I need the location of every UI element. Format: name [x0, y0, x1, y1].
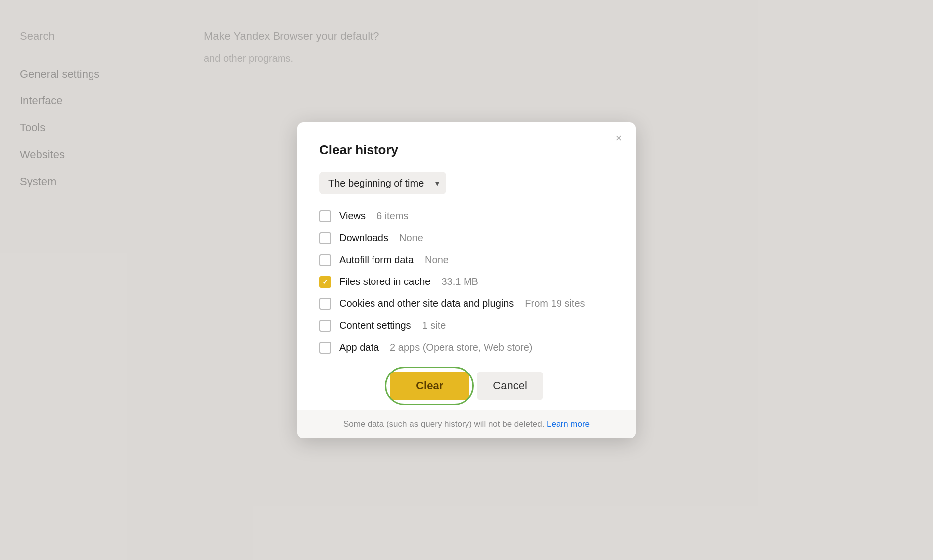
- checkmark-cache: ✓: [322, 278, 329, 286]
- checkbox-list: Views 6 items Downloads None Autofill fo…: [319, 210, 614, 354]
- checkbox-row-cache: ✓ Files stored in cache 33.1 MB: [319, 276, 614, 288]
- sublabel-autofill: None: [425, 254, 449, 266]
- dialog-title: Clear history: [319, 142, 614, 158]
- label-autofill: Autofill form data: [339, 254, 414, 266]
- checkbox-cookies[interactable]: [319, 298, 331, 310]
- label-appdata: App data: [339, 342, 379, 353]
- checkbox-autofill[interactable]: [319, 254, 331, 266]
- close-button[interactable]: ×: [612, 131, 626, 145]
- checkbox-appdata[interactable]: [319, 342, 331, 354]
- learn-more-link[interactable]: Learn more: [547, 419, 590, 429]
- label-content: Content settings: [339, 320, 411, 331]
- sublabel-content: 1 site: [422, 320, 446, 331]
- checkbox-row-content: Content settings 1 site: [319, 320, 614, 332]
- sublabel-downloads: None: [399, 232, 423, 244]
- checkbox-row-autofill: Autofill form data None: [319, 254, 614, 266]
- checkbox-downloads[interactable]: [319, 232, 331, 244]
- footer-text: Some data (such as query history) will n…: [343, 419, 544, 429]
- label-views: Views: [339, 210, 366, 222]
- sublabel-cache: 33.1 MB: [441, 276, 478, 287]
- sublabel-appdata: 2 apps (Opera store, Web store): [390, 342, 532, 353]
- sublabel-views: 6 items: [376, 210, 408, 222]
- checkbox-content[interactable]: [319, 320, 331, 332]
- checkbox-row-cookies: Cookies and other site data and plugins …: [319, 298, 614, 310]
- dialog-buttons: Clear Cancel: [319, 372, 614, 400]
- modal-overlay: Clear history × The beginning of timeLas…: [0, 0, 933, 560]
- dialog-footer: Some data (such as query history) will n…: [297, 410, 636, 438]
- checkbox-row-views: Views 6 items: [319, 210, 614, 222]
- label-cache: Files stored in cache: [339, 276, 430, 287]
- sublabel-cookies: From 19 sites: [525, 298, 585, 309]
- clear-button[interactable]: Clear: [390, 372, 469, 400]
- clear-button-wrapper: Clear: [390, 372, 469, 400]
- checkbox-row-downloads: Downloads None: [319, 232, 614, 244]
- cancel-button[interactable]: Cancel: [477, 372, 543, 400]
- checkbox-row-appdata: App data 2 apps (Opera store, Web store): [319, 342, 614, 354]
- checkbox-views[interactable]: [319, 210, 331, 222]
- time-range-select[interactable]: The beginning of timeLast hourLast dayLa…: [319, 172, 446, 194]
- label-cookies: Cookies and other site data and plugins: [339, 298, 514, 309]
- checkbox-cache[interactable]: ✓: [319, 276, 331, 288]
- clear-history-dialog: Clear history × The beginning of timeLas…: [297, 122, 636, 438]
- time-range-wrapper[interactable]: The beginning of timeLast hourLast dayLa…: [319, 172, 446, 194]
- label-downloads: Downloads: [339, 232, 388, 244]
